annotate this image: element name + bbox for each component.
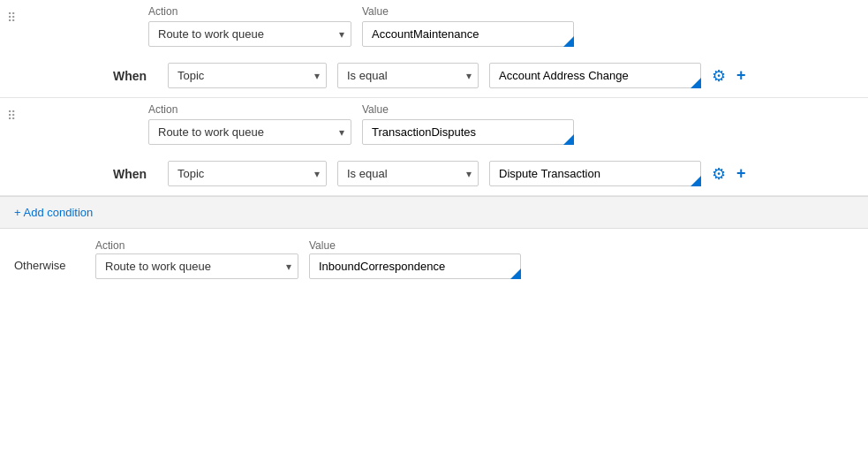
add-condition-button[interactable]: + Add condition (14, 206, 93, 219)
value-label-2: Value (362, 103, 389, 116)
gear-button-1[interactable]: ⚙ (712, 66, 726, 86)
operator-select-2[interactable]: Is equal Is not equal Contains (337, 161, 479, 186)
operator-select-1[interactable]: Is equal Is not equal Contains (337, 63, 479, 88)
otherwise-value-label: Value (309, 239, 336, 252)
drag-handle-2[interactable]: ⠿ (7, 109, 16, 123)
action-select-1[interactable]: Route to work queue Assign to agent Send… (148, 21, 351, 47)
add-condition-row-button-2[interactable]: + (736, 164, 746, 183)
action-select-2[interactable]: Route to work queue Assign to agent Send… (148, 119, 351, 145)
drag-handle-1[interactable]: ⠿ (7, 11, 16, 25)
when-label-2: When (113, 167, 157, 181)
add-condition-row-button-1[interactable]: + (736, 66, 746, 85)
value-label-1: Value (362, 5, 389, 18)
condition-field-select-2[interactable]: Topic Priority Category (168, 161, 327, 186)
gear-button-2[interactable]: ⚙ (712, 164, 726, 184)
when-label-1: When (113, 69, 157, 83)
condition-value-input-2[interactable] (489, 161, 701, 186)
condition-value-input-1[interactable] (489, 63, 701, 88)
otherwise-action-select[interactable]: Route to work queue Assign to agent Send… (95, 253, 298, 279)
otherwise-value-input[interactable] (309, 253, 521, 279)
value-input-1[interactable] (362, 21, 574, 47)
value-input-2[interactable] (362, 119, 574, 145)
action-label-2: Action (148, 103, 351, 116)
add-condition-bar: + Add condition (0, 196, 868, 229)
otherwise-action-label: Action (95, 239, 298, 252)
condition-1: ⠿ Action Value Route to work queue Assig… (0, 0, 868, 98)
otherwise-label: Otherwise (14, 239, 85, 272)
otherwise-section: Otherwise Action Value Route to work que… (0, 229, 868, 290)
condition-field-select-1[interactable]: Topic Priority Category (168, 63, 327, 88)
condition-2: ⠿ Action Value Route to work queue Assig… (0, 98, 868, 196)
action-label-1: Action (148, 5, 351, 18)
